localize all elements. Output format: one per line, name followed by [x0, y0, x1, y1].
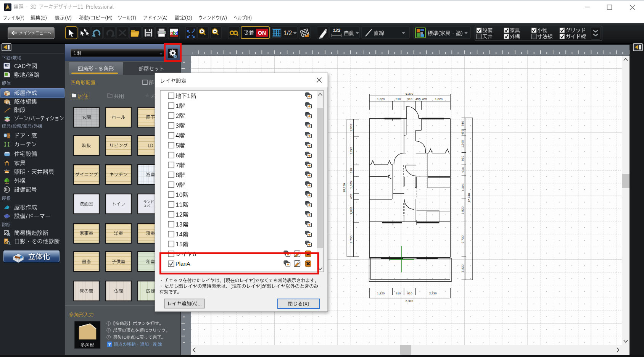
svg-text:ON: ON [258, 30, 266, 36]
svg-text:1/2: 1/2 [283, 30, 292, 36]
svg-text:910: 910 [396, 97, 401, 101]
svg-text:455: 455 [349, 194, 353, 199]
svg-text:1,365: 1,365 [349, 181, 353, 189]
svg-text:455: 455 [415, 97, 421, 101]
svg-text:1,820: 1,820 [461, 264, 465, 272]
svg-text:12,740: 12,740 [467, 193, 471, 202]
svg-text:10,920: 10,920 [343, 183, 346, 192]
svg-text:1,820: 1,820 [461, 183, 465, 191]
svg-text:910: 910 [349, 168, 353, 173]
svg-text:1,365: 1,365 [349, 124, 353, 132]
svg-text:2,730: 2,730 [429, 292, 437, 295]
svg-text:455: 455 [461, 129, 465, 135]
svg-text:2,730: 2,730 [461, 235, 465, 243]
svg-text:1,820: 1,820 [349, 207, 353, 215]
svg-text:1,820: 1,820 [435, 97, 443, 101]
svg-text:1,820: 1,820 [377, 292, 385, 295]
svg-text:2,275: 2,275 [349, 147, 353, 155]
svg-text:1,820: 1,820 [377, 97, 385, 101]
svg-text:910: 910 [407, 292, 412, 295]
svg-text:1,365: 1,365 [461, 140, 465, 148]
svg-text:910: 910 [461, 121, 465, 126]
svg-text:PlanA: PlanA [175, 261, 190, 267]
svg-text:6,370: 6,370 [406, 299, 414, 303]
svg-text:910: 910 [407, 97, 412, 101]
svg-text:?: ? [108, 342, 111, 347]
svg-text:910: 910 [461, 167, 465, 173]
svg-text:910: 910 [461, 155, 465, 161]
svg-text:2,730: 2,730 [349, 235, 353, 243]
svg-text:d: d [175, 31, 179, 36]
svg-text:1,820: 1,820 [461, 207, 465, 215]
svg-text:123: 123 [333, 28, 340, 33]
svg-text:455: 455 [422, 97, 427, 101]
svg-text:6,370: 6,370 [406, 92, 414, 95]
svg-text:910: 910 [396, 292, 401, 295]
